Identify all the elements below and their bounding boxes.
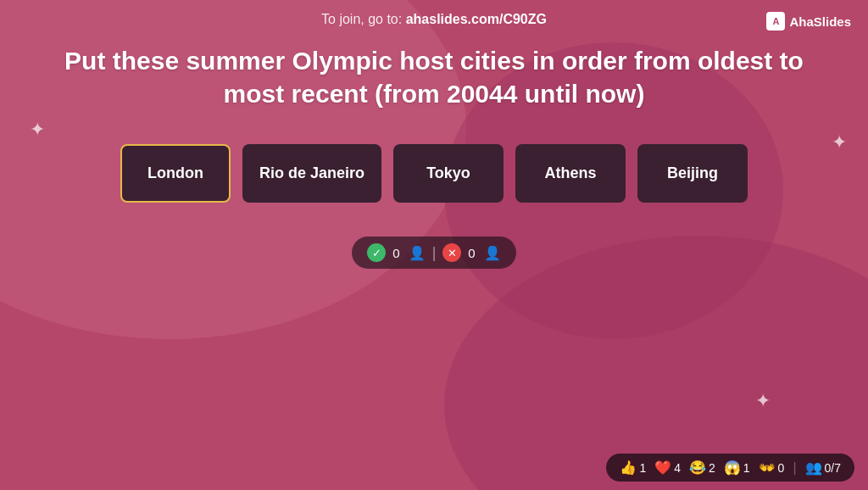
- laugh-count: 2: [709, 461, 715, 475]
- main-content: Put these summer Olympic host cities in …: [0, 44, 868, 269]
- correct-count: 0: [392, 246, 399, 260]
- reactions-divider: |: [793, 460, 796, 476]
- reaction-hands: 👐 0: [759, 459, 785, 476]
- logo-icon: A: [766, 12, 785, 31]
- city-card-london[interactable]: London: [120, 144, 231, 203]
- person-icon-2: 👤: [484, 245, 501, 261]
- heart-emoji: ❤️: [654, 459, 671, 476]
- city-label-london: London: [147, 164, 203, 181]
- status-divider: |: [432, 244, 437, 262]
- reaction-heart: ❤️ 4: [654, 459, 681, 476]
- join-instruction: To join, go to: ahaslides.com/C90ZG: [17, 12, 851, 27]
- surprised-count: 1: [743, 461, 750, 475]
- participants-count: 👥 0/7: [805, 459, 841, 476]
- reaction-thumbs-up: 👍 1: [620, 459, 646, 476]
- city-card-rio[interactable]: Rio de Janeiro: [242, 144, 381, 203]
- logo-text: AhaSlides: [789, 14, 851, 29]
- cities-row: London Rio de Janeiro Tokyo Athens Beiji…: [42, 144, 826, 203]
- header: To join, go to: ahaslides.com/C90ZG A Ah…: [0, 0, 868, 36]
- join-url: ahaslides.com/C90ZG: [406, 12, 547, 26]
- laugh-emoji: 😂: [689, 459, 706, 476]
- x-icon: ✕: [442, 243, 461, 262]
- city-label-athens: Athens: [545, 164, 597, 181]
- surprised-emoji: 😱: [724, 459, 741, 476]
- reaction-laugh: 😂 2: [689, 459, 715, 476]
- city-label-tokyo: Tokyo: [426, 164, 470, 181]
- city-label-rio: Rio de Janeiro: [259, 164, 364, 181]
- status-row: ✓ 0 👤 | ✕ 0 👤: [42, 237, 826, 269]
- correct-status-badge: ✓ 0 👤 | ✕ 0 👤: [352, 237, 515, 269]
- city-card-athens[interactable]: Athens: [515, 144, 626, 203]
- thumbs-up-emoji: 👍: [620, 459, 637, 476]
- reactions-bar: 👍 1 ❤️ 4 😂 2 😱 1 👐 0 | 👥 0/7: [606, 454, 854, 482]
- check-icon: ✓: [367, 243, 386, 262]
- participants-icon: 👥: [805, 459, 822, 476]
- person-icon: 👤: [409, 245, 426, 261]
- city-card-beijing[interactable]: Beijing: [637, 144, 748, 203]
- ahaslides-logo: A AhaSlides: [766, 12, 851, 31]
- bottom-bar: 👍 1 ❤️ 4 😂 2 😱 1 👐 0 | 👥 0/7: [0, 445, 868, 490]
- hands-count: 0: [778, 461, 785, 475]
- wrong-count: 0: [468, 246, 475, 260]
- participants-text: 0/7: [825, 461, 841, 475]
- reaction-surprised: 😱 1: [724, 459, 750, 476]
- heart-count: 4: [674, 461, 681, 475]
- question-title: Put these summer Olympic host cities in …: [42, 44, 826, 110]
- city-card-tokyo[interactable]: Tokyo: [393, 144, 504, 203]
- thumbs-up-count: 1: [639, 461, 646, 475]
- hands-emoji: 👐: [759, 459, 776, 476]
- city-label-beijing: Beijing: [667, 164, 718, 181]
